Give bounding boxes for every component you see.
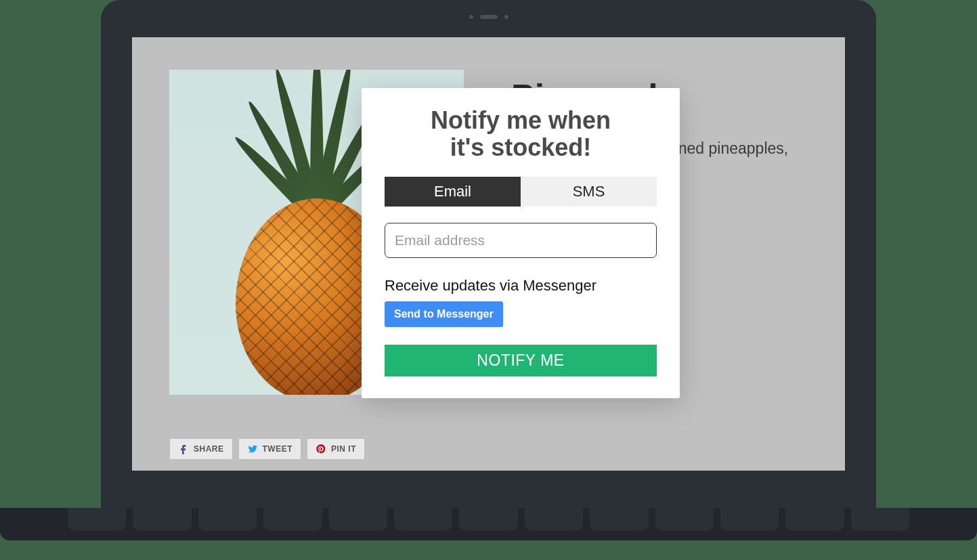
laptop-frame: Pineapple e dopest fruit on the canned p…: [101, 0, 876, 508]
modal-title-line1: Notify me when: [431, 106, 611, 134]
modal-title: Notify me when it's stocked!: [385, 107, 657, 160]
share-pinterest-label: PIN IT: [331, 444, 356, 454]
camera-bar: [469, 15, 508, 19]
share-row: SHARE TWEET PIN IT: [169, 438, 365, 460]
facebook-icon: [178, 444, 189, 454]
messenger-label: Receive updates via Messenger: [385, 277, 657, 295]
share-facebook-button[interactable]: SHARE: [169, 438, 233, 460]
notify-me-button[interactable]: NOTIFY ME: [385, 345, 657, 376]
notify-modal: Notify me when it's stocked! Email SMS R…: [362, 88, 680, 398]
share-facebook-label: SHARE: [194, 444, 224, 454]
share-twitter-button[interactable]: TWEET: [238, 438, 302, 460]
notify-tabs: Email SMS: [385, 177, 657, 207]
share-pinterest-button[interactable]: PIN IT: [307, 438, 365, 460]
send-to-messenger-button[interactable]: Send to Messenger: [385, 301, 503, 327]
laptop-base: [0, 508, 977, 540]
twitter-icon: [247, 444, 258, 454]
email-input[interactable]: [385, 223, 657, 258]
screen: Pineapple e dopest fruit on the canned p…: [132, 37, 845, 471]
pinterest-icon: [316, 444, 326, 454]
keyboard-edge: [68, 508, 909, 531]
modal-title-line2: it's stocked!: [450, 133, 592, 161]
tab-email[interactable]: Email: [385, 177, 521, 207]
tab-sms[interactable]: SMS: [521, 177, 657, 207]
share-twitter-label: TWEET: [263, 444, 293, 454]
